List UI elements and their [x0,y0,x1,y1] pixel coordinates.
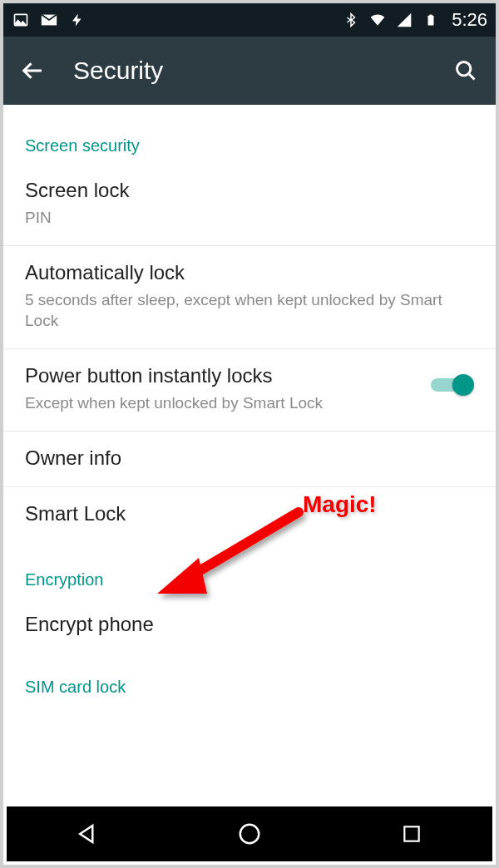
section-sim-lock: SIM card lock [3,653,496,705]
device-frame: 5:26 Security Screen security Screen loc… [0,0,499,868]
item-power-lock[interactable]: Power button instantly locks Except when… [3,349,496,432]
item-label: Automatically lock [25,261,474,284]
settings-list: Screen security Screen lock PIN Automati… [3,105,496,810]
status-bar: 5:26 [3,3,496,37]
page-title: Security [73,57,163,85]
annotation-text: Magic! [303,491,377,518]
nav-home-button[interactable] [233,817,266,851]
nav-back-button[interactable] [71,817,104,851]
item-encrypt-phone[interactable]: Encrypt phone [3,598,496,653]
triangle-back-icon [75,821,100,846]
item-smart-lock[interactable]: Smart Lock [3,487,496,542]
image-icon [12,11,30,29]
nav-recent-button[interactable] [395,817,428,851]
app-bar: Security [3,37,496,105]
cell-signal-icon [395,11,413,29]
item-label: Owner info [25,446,474,470]
item-label: Screen lock [25,179,474,202]
status-clock: 5:26 [452,9,487,31]
square-recent-icon [401,823,422,845]
item-label: Encrypt phone [25,613,474,636]
svg-rect-2 [429,15,432,17]
wifi-icon [368,11,387,29]
item-sub: PIN [25,207,474,229]
bolt-icon [68,11,86,29]
battery-icon [422,11,440,29]
search-icon [454,59,477,82]
svg-rect-7 [404,826,418,841]
item-auto-lock[interactable]: Automatically lock 5 seconds after sleep… [3,246,496,349]
mail-icon [40,11,58,29]
bluetooth-icon [342,11,360,29]
svg-point-6 [240,825,259,844]
svg-point-3 [457,62,471,76]
arrow-left-icon [21,58,46,83]
item-sub: Except when kept unlocked by Smart Lock [25,392,431,414]
item-label: Power button instantly locks [25,364,431,387]
item-owner-info[interactable]: Owner info [3,432,496,487]
svg-rect-1 [428,16,434,26]
item-sub: 5 seconds after sleep, except when kept … [25,289,474,332]
circle-home-icon [237,821,262,846]
back-button[interactable] [18,56,48,86]
item-screen-lock[interactable]: Screen lock PIN [3,164,496,246]
section-encryption: Encryption [3,542,496,598]
toggle-thumb [452,374,474,396]
toggle-power-lock[interactable] [431,372,474,397]
item-label: Smart Lock [25,502,474,525]
navigation-bar [7,806,492,861]
section-screen-security: Screen security [3,121,496,164]
search-button[interactable] [451,56,481,86]
